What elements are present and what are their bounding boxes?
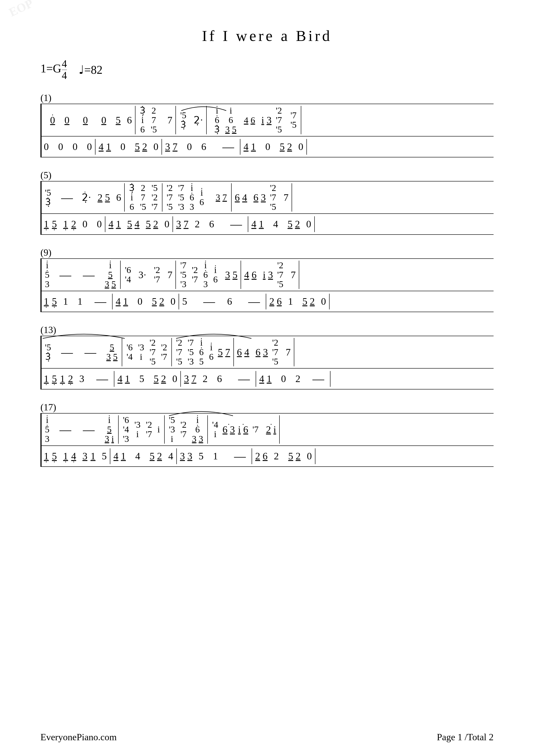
end-barline-1 <box>301 106 301 134</box>
barline-1b <box>175 106 176 134</box>
footer-left: EveryonePiano.com <box>40 732 116 742</box>
lower-staff-13: 1 5 1 2 3 — 4 1 5 5 2 <box>41 368 494 390</box>
tempo-row: 1=G44 ♩=82 <box>40 58 494 81</box>
barline-1a <box>135 106 136 134</box>
section-5: (5) '5 3̣ — 2̣ 2 5 6 <box>40 170 494 235</box>
upper-staff-5: '5 3̣ — 2̣ 2 5 6 3̣ i 6 <box>41 181 494 213</box>
upper-staff-9: i 5 3 — — i 5 3 5 '6 <box>41 258 494 291</box>
section-label-5: (5) <box>40 170 494 180</box>
n-dot-1: 2̣ <box>194 114 200 126</box>
n-0-2: 0 <box>83 115 88 126</box>
section-9: (9) i 5 3 — — i 5 <box>40 247 494 312</box>
section-1: (1) 0 0 0 0 5 6 <box>40 93 494 157</box>
section-label-9: (9) <box>40 247 494 258</box>
section-17: (17) i 5 3 — — i 5 <box>40 402 494 467</box>
section-label-1: (1) <box>40 93 494 103</box>
footer-right: Page 1 /Total 2 <box>437 732 494 742</box>
measure-1c: '5 3̣ 2̣ <box>179 111 200 129</box>
lower-staff-9: 1 5 1 1 — 4 1 0 5 2 0 <box>41 291 494 312</box>
lower-staff-1: 0 0 0 0 4 1 0 5 2 0 3 7 <box>41 136 494 157</box>
key-signature: 1=G44 <box>40 58 67 81</box>
n-0-0: 0 <box>50 115 55 126</box>
n-0-1: 0 <box>64 115 69 126</box>
section-label-17: (17) <box>40 402 494 413</box>
n-0-3: 0 <box>101 115 106 126</box>
page-footer: EveryonePiano.com Page 1 /Total 2 <box>40 732 494 742</box>
section-13: (13) '5 3̣ — — <box>40 324 494 390</box>
barline-1c <box>206 106 207 134</box>
upper-staff-17: i 5 3 — — i 5 3 i '6 <box>41 413 494 446</box>
page-title: If I were a Bird <box>40 27 494 45</box>
chord-4: i 6 3 5 <box>225 106 236 134</box>
chord-1: 3̣ i 6 <box>140 106 145 134</box>
chord-2: 2 7 '5 <box>151 106 157 134</box>
upper-staff-1: 0 0 0 0 5 6 3̣ i 6 <box>41 104 494 136</box>
bpm: ♩=82 <box>79 63 102 76</box>
lower-staff-5: 1 5 1 2 0 0 4 1 5 4 5 2 <box>41 213 494 235</box>
chord-6: '7 '5 <box>291 111 296 129</box>
watermark: EOP <box>7 0 35 19</box>
lower-staff-17: 1 5 1 4 3 1 5 4 1 4 <box>41 446 494 467</box>
n-0-4: 5 <box>116 115 121 126</box>
chord-3: i 6 3̣ <box>214 106 220 134</box>
upper-staff-13: '5 3̣ — — 5 3 5 '6 '4 <box>41 336 494 368</box>
n-0-7: 7 <box>167 115 172 126</box>
chord-5: '2 '7 '5 <box>276 106 282 134</box>
n-0-5: 6 <box>127 115 132 126</box>
section-label-13: (13) <box>40 324 494 335</box>
